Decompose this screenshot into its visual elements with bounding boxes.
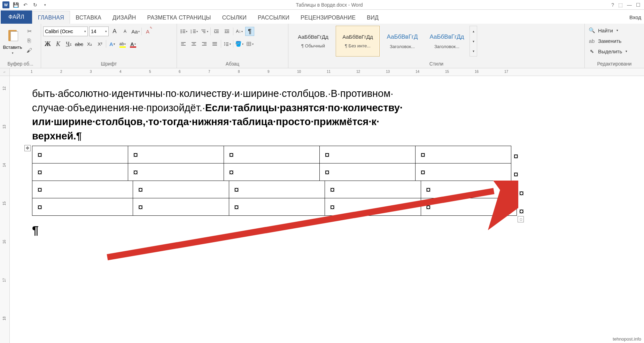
styles-down-icon[interactable]: ▾: [470, 36, 477, 46]
font-color-icon[interactable]: A: [129, 39, 138, 48]
word-app-icon[interactable]: W: [1, 1, 10, 9]
paste-button[interactable]: Вставить ▾: [2, 25, 23, 57]
table-cell[interactable]: ¤: [320, 146, 416, 163]
minimize-icon[interactable]: —: [627, 2, 632, 8]
change-case-icon[interactable]: Aa: [131, 27, 140, 36]
styles-more-icon[interactable]: ▾: [470, 46, 477, 56]
svg-point-0: [180, 30, 181, 31]
italic-button[interactable]: К: [54, 39, 63, 48]
table-row[interactable]: ¤¤¤¤¤: [32, 181, 517, 198]
shrink-font-icon[interactable]: A: [121, 27, 130, 36]
table-cell[interactable]: ¤: [421, 181, 517, 198]
table-cell[interactable]: ¤: [32, 146, 128, 163]
copy-icon[interactable]: ⎘: [25, 37, 33, 45]
tab-mailings[interactable]: РАССЫЛКИ: [252, 11, 295, 24]
font-size-combo[interactable]: 14 ▾: [89, 26, 109, 36]
table-cell[interactable]: ¤: [325, 181, 421, 198]
decrease-indent-icon[interactable]: [212, 27, 221, 36]
format-painter-icon[interactable]: 🖌: [25, 47, 33, 54]
table-cell[interactable]: ¤: [128, 146, 224, 163]
bullets-icon[interactable]: [179, 27, 188, 36]
document-table-1[interactable]: ¤¤¤¤¤ ¤¤¤¤¤: [32, 146, 511, 181]
table-cell[interactable]: ¤: [421, 198, 517, 216]
table-cell[interactable]: ¤: [32, 181, 133, 198]
style-tile[interactable]: АаБбВвГгДЗаголовок...: [380, 26, 424, 56]
show-marks-button[interactable]: ¶: [245, 27, 254, 36]
tab-file[interactable]: ФАЙЛ: [1, 10, 32, 24]
table-cell[interactable]: ¤: [224, 146, 320, 163]
clear-formatting-icon[interactable]: A✎: [143, 27, 152, 36]
styles-up-icon[interactable]: ▴: [470, 26, 477, 36]
table-cell[interactable]: ¤: [128, 163, 224, 181]
find-button[interactable]: 🔍 Найти ▾: [587, 25, 642, 36]
subscript-button[interactable]: X₂: [85, 39, 94, 48]
table-cell[interactable]: ¤: [133, 181, 229, 198]
cut-icon[interactable]: ✂: [25, 27, 33, 35]
grow-font-icon[interactable]: A: [110, 27, 119, 36]
table-row[interactable]: ¤¤¤¤¤: [32, 163, 511, 181]
style-name: Заголовок...: [434, 44, 459, 49]
line-spacing-icon[interactable]: [223, 39, 232, 48]
underline-button[interactable]: Ч: [64, 39, 73, 48]
tab-design[interactable]: ДИЗАЙН: [107, 11, 142, 24]
table-row[interactable]: ¤¤¤¤¤: [32, 198, 517, 216]
replace-button[interactable]: ab Заменить: [587, 36, 642, 46]
align-right-icon[interactable]: [200, 39, 209, 48]
table-cell[interactable]: ¤: [32, 198, 133, 216]
tab-layout[interactable]: РАЗМЕТКА СТРАНИЦЫ: [142, 11, 217, 24]
vertical-ruler[interactable]: 12131415161718: [0, 76, 10, 343]
select-button[interactable]: ⬉ Выделить ▾: [587, 46, 642, 56]
table-resize-handle-icon[interactable]: ◻: [518, 216, 524, 222]
table-row[interactable]: ¤¤¤¤¤: [32, 146, 511, 163]
redo-icon[interactable]: ↻: [31, 1, 40, 9]
borders-icon[interactable]: [245, 39, 254, 48]
tab-review[interactable]: РЕЦЕНЗИРОВАНИЕ: [295, 11, 361, 24]
ribbon-display-icon[interactable]: ⬚: [618, 2, 623, 8]
table-move-handle-icon[interactable]: ✥: [24, 145, 31, 151]
align-center-icon[interactable]: [189, 39, 199, 48]
multilevel-list-icon[interactable]: [200, 27, 209, 36]
highlight-color-icon[interactable]: ab: [118, 39, 127, 48]
undo-icon[interactable]: ↶: [21, 1, 30, 9]
style-tile[interactable]: АаБбВвГгДд¶ Обычный: [291, 26, 335, 56]
table-cell[interactable]: ¤: [416, 146, 511, 163]
horizontal-ruler[interactable]: 1234567891011121314151617: [10, 68, 644, 76]
help-icon[interactable]: ?: [611, 2, 614, 8]
table-cell[interactable]: ¤: [224, 163, 320, 181]
table-cell[interactable]: ¤: [229, 198, 325, 216]
sort-icon[interactable]: A↓: [235, 27, 244, 36]
qat-customize-icon[interactable]: ▾: [40, 1, 49, 9]
shading-icon[interactable]: 🪣: [235, 39, 244, 48]
style-tile[interactable]: АаБбВвГгДдЗаголовок...: [425, 26, 469, 56]
sign-in-link[interactable]: Вход: [627, 11, 644, 24]
table-cell[interactable]: ¤: [229, 181, 325, 198]
table-cell[interactable]: ¤: [32, 163, 128, 181]
text-effects-icon[interactable]: A: [108, 39, 117, 48]
align-left-icon[interactable]: [179, 39, 188, 48]
bold-button[interactable]: Ж: [43, 39, 52, 48]
tab-view[interactable]: ВИД: [361, 11, 384, 24]
maximize-icon[interactable]: ☐: [636, 2, 641, 8]
align-justify-icon[interactable]: [210, 39, 219, 48]
style-tile[interactable]: АаБбВвГгДд¶ Без инте...: [336, 26, 380, 56]
document-area[interactable]: быть·абсолютно·идентичны·по·количеству·и…: [10, 76, 644, 343]
document-content[interactable]: быть·абсолютно·идентичны·по·количеству·и…: [10, 76, 644, 239]
table-cell[interactable]: ¤: [325, 198, 421, 216]
strikethrough-button[interactable]: abc: [75, 39, 84, 48]
tab-home[interactable]: ГЛАВНАЯ: [32, 11, 70, 24]
ruler-corner[interactable]: ⌐: [0, 68, 10, 76]
table-cell[interactable]: ¤: [133, 198, 229, 216]
numbering-icon[interactable]: 123: [189, 27, 199, 36]
style-preview: АаБбВвГгДд: [429, 33, 464, 40]
document-table-2[interactable]: ¤¤¤¤¤ ¤¤¤¤¤: [32, 181, 517, 216]
style-preview: АаБбВвГгД: [387, 33, 418, 40]
doc-line: быть·абсолютно·идентичны·по·количеству·и…: [32, 86, 622, 101]
table-cell[interactable]: ¤: [416, 163, 511, 181]
save-icon[interactable]: 💾: [11, 1, 20, 9]
font-name-combo[interactable]: Calibri (Оснс ▾: [43, 26, 88, 36]
superscript-button[interactable]: X²: [95, 39, 104, 48]
table-cell[interactable]: ¤: [320, 163, 416, 181]
tab-references[interactable]: ССЫЛКИ: [217, 11, 252, 24]
tab-insert[interactable]: ВСТАВКА: [70, 11, 107, 24]
increase-indent-icon[interactable]: [223, 27, 232, 36]
